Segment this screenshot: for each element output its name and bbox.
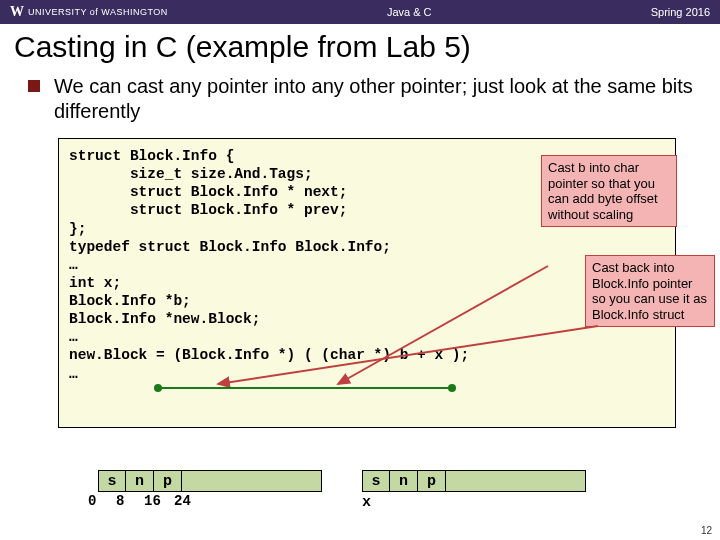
mem-cell-n2: n <box>390 470 418 492</box>
offset-0: 0 <box>88 493 116 509</box>
offset-24: 24 <box>174 493 202 509</box>
memory-diagram-2: s n p <box>362 470 586 492</box>
x-label: x <box>362 494 371 511</box>
header-center: Java & C <box>168 6 651 18</box>
mem-cell-s: s <box>98 470 126 492</box>
mem-cell-pad <box>182 470 322 492</box>
offset-16: 16 <box>144 493 172 509</box>
university-name: UNIVERSITY of WASHINGTON <box>28 7 168 17</box>
callout-blockinfo-pointer: Cast back into Block.Info pointer so you… <box>585 255 715 327</box>
bullet-icon <box>28 80 40 92</box>
slide-title: Casting in C (example from Lab 5) <box>0 24 720 66</box>
uw-w-icon: W <box>10 4 24 20</box>
bullet-row: We can cast any pointer into any other p… <box>0 66 720 124</box>
mem-cell-p2: p <box>418 470 446 492</box>
page-number: 12 <box>701 525 712 536</box>
callout-char-pointer: Cast b into char pointer so that you can… <box>541 155 677 227</box>
offset-8: 8 <box>116 493 144 509</box>
memory-diagram-1: s n p 0 8 16 24 <box>98 470 322 509</box>
mem-cell-pad2 <box>446 470 586 492</box>
header-right: Spring 2016 <box>651 6 710 18</box>
slide-header: W UNIVERSITY of WASHINGTON Java & C Spri… <box>0 0 720 24</box>
bullet-text: We can cast any pointer into any other p… <box>54 74 702 124</box>
mem-cell-n: n <box>126 470 154 492</box>
uw-logo: W UNIVERSITY of WASHINGTON <box>10 4 168 20</box>
mem-cell-p: p <box>154 470 182 492</box>
code-text: struct Block.Info { size_t size.And.Tags… <box>69 148 469 382</box>
offset-row: 0 8 16 24 <box>98 493 322 509</box>
code-block: struct Block.Info { size_t size.And.Tags… <box>58 138 676 428</box>
mem-cell-s2: s <box>362 470 390 492</box>
